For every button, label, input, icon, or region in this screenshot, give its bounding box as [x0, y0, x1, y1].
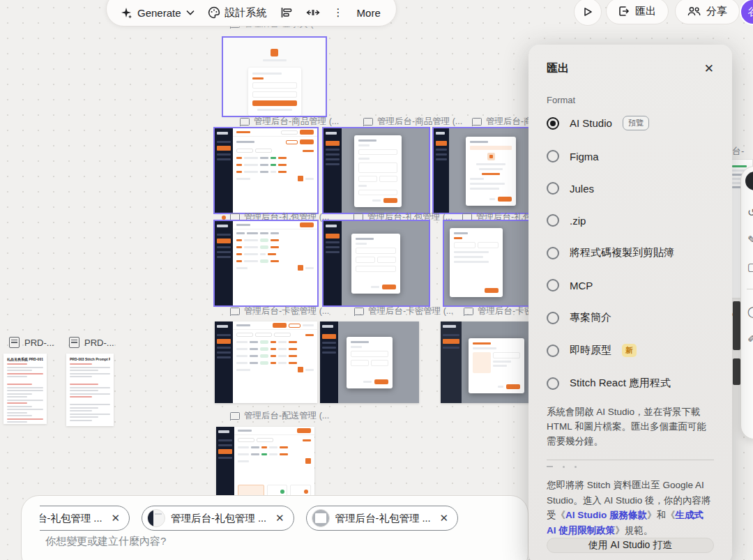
- frame-login[interactable]: [223, 38, 326, 116]
- export-panel: 匯出 ✕ Format AI Studio 預覽 Figma Jules .zi…: [528, 45, 732, 560]
- frame-label[interactable]: 管理后台-商品管理 (...: [363, 116, 462, 128]
- radio-icon[interactable]: [547, 182, 559, 195]
- radio-icon[interactable]: [547, 279, 559, 292]
- export-panel-title: 匯出: [547, 61, 569, 76]
- play-icon: [583, 7, 593, 17]
- format-options: AI Studio 預覽 Figma Jules .zip 將程式碼複製到剪貼簿: [547, 116, 714, 390]
- document-icon: [69, 337, 79, 348]
- resize-button[interactable]: [306, 8, 320, 17]
- option-project-brief[interactable]: 專案簡介: [547, 311, 714, 324]
- frame-icon: [472, 118, 482, 126]
- frame-icon: [464, 308, 473, 315]
- export-description: 系統會開啟 AI Studio，並在背景下載 HTML 和圖片檔案。匯出多個畫面…: [547, 405, 714, 449]
- scrollbar-thumb[interactable]: [733, 358, 740, 385]
- frame-icon: [353, 213, 363, 221]
- preview-badge: 預覽: [623, 116, 649, 130]
- close-icon[interactable]: ✕: [704, 63, 714, 75]
- collaborator-avatar[interactable]: [745, 172, 753, 190]
- close-icon[interactable]: ✕: [111, 512, 120, 524]
- option-instant-prototype[interactable]: 即時原型 新: [547, 344, 714, 357]
- doc-card-prd-1[interactable]: 礼品兑换系统 PRD-001: [3, 354, 47, 424]
- frame-thumb-avatar: [312, 509, 330, 527]
- account-avatar[interactable]: 谷: [740, 0, 753, 25]
- stitch-canvas-app: 管理后台-登录页 (... Generate 設計系統: [0, 0, 753, 560]
- build-with-ai-studio-button[interactable]: 使用 AI Studio 打造: [547, 538, 714, 553]
- context-chips: 台-礼包管理 ... ✕ 管理后台-礼包管理 ... ✕ 管理后台-礼包管理 .…: [40, 506, 522, 532]
- shape-icon[interactable]: ◯: [745, 306, 753, 317]
- more-dots-icon: ⋮: [333, 6, 344, 19]
- terms-link[interactable]: AI Studio 服務條款: [565, 510, 647, 520]
- more-button[interactable]: ⋮ More: [333, 6, 381, 19]
- radio-icon[interactable]: [547, 377, 559, 390]
- option-stitch-react[interactable]: Stitch React 應用程式: [547, 377, 714, 390]
- frame-label[interactable]: 管理后台-商品管理 (...: [240, 116, 339, 128]
- option-mcp[interactable]: MCP: [547, 279, 714, 292]
- frame-icon: [462, 213, 472, 221]
- frame-thumb-avatar: [147, 509, 165, 527]
- frame-icon: [240, 118, 250, 126]
- faded-marks: [547, 464, 714, 469]
- format-label: Format: [547, 95, 714, 105]
- option-ai-studio[interactable]: AI Studio 預覽: [547, 116, 714, 130]
- sparkle-icon: [121, 7, 132, 19]
- frame-product-admin-1[interactable]: [215, 128, 317, 213]
- frame-label[interactable]: 管理后台-卡密管理...: [464, 305, 528, 317]
- option-figma[interactable]: Figma: [547, 150, 714, 162]
- radio-icon[interactable]: [547, 150, 559, 162]
- right-floating-toolbar: ↺ ✎ ▢ ◯ ✐: [740, 166, 753, 439]
- context-chip[interactable]: 管理后台-礼包管理 ... ✕: [306, 506, 459, 531]
- align-button[interactable]: [280, 7, 293, 18]
- frame-delivery-admin[interactable]: [216, 427, 314, 501]
- export-button[interactable]: 匯出: [606, 0, 669, 24]
- context-chip[interactable]: 台-礼包管理 ... ✕: [40, 506, 130, 531]
- pen-icon[interactable]: ✐: [745, 333, 753, 344]
- frame-giftpack-admin[interactable]: [215, 221, 317, 305]
- frame-icon: [230, 308, 240, 315]
- frame-label[interactable]: 管理后台-卡密管理 (...: [230, 305, 329, 317]
- palette-icon: [208, 6, 220, 19]
- frame-icon: [230, 412, 240, 420]
- undo-icon[interactable]: ↺: [745, 207, 753, 218]
- frame-label[interactable]: 管理后台-卡密管理 (...: [354, 305, 453, 317]
- option-zip[interactable]: .zip: [547, 214, 714, 227]
- frame-cardkey-modal[interactable]: [320, 321, 419, 403]
- context-chip[interactable]: 管理后台-礼包管理 ... ✕: [142, 506, 294, 531]
- radio-icon[interactable]: [547, 247, 559, 259]
- radio-icon[interactable]: [547, 312, 559, 324]
- generate-button[interactable]: Generate: [121, 7, 195, 19]
- doc-label-prd-2[interactable]: PRD-...: [69, 337, 114, 348]
- frame-tool-icon[interactable]: ▢: [745, 262, 753, 272]
- chevron-down-icon: [186, 10, 195, 15]
- export-icon: [618, 6, 630, 17]
- people-icon: [687, 6, 701, 16]
- close-icon[interactable]: ✕: [440, 512, 449, 524]
- radio-icon[interactable]: [547, 214, 559, 227]
- frame-cardkey-admin[interactable]: [215, 321, 317, 403]
- option-jules[interactable]: Jules: [547, 182, 714, 195]
- design-system-button[interactable]: 設計系統: [208, 6, 267, 20]
- close-icon[interactable]: ✕: [275, 512, 284, 524]
- doc-label-prd-1[interactable]: PRD-...: [9, 337, 54, 348]
- scrollbar-thumb[interactable]: [733, 301, 740, 350]
- frame-product-admin-modal[interactable]: [324, 128, 429, 213]
- frame-label[interactable]: 管理后台-配送管理 (...: [230, 410, 329, 422]
- pencil-icon[interactable]: ✎: [745, 234, 753, 245]
- preview-play-button[interactable]: [574, 0, 602, 26]
- frame-giftpack-modal[interactable]: [324, 221, 429, 305]
- frame-icon: [363, 118, 373, 126]
- top-toolbar: Generate 設計系統: [106, 0, 397, 27]
- divider: [747, 289, 753, 289]
- new-badge: 新: [622, 344, 637, 357]
- radio-selected-icon[interactable]: [547, 117, 559, 130]
- document-icon: [9, 337, 20, 348]
- radio-icon[interactable]: [547, 345, 559, 357]
- share-button[interactable]: 分享: [675, 0, 740, 24]
- frame-product-admin-confirm[interactable]: [434, 128, 538, 213]
- prompt-composer[interactable]: 台-礼包管理 ... ✕ 管理后台-礼包管理 ... ✕ 管理后台-礼包管理 .…: [21, 495, 528, 560]
- option-copy-code[interactable]: 將程式碼複製到剪貼簿: [547, 246, 714, 259]
- resize-horizontal-icon: [306, 8, 320, 17]
- prompt-input[interactable]: 你想變更或建立什麼內容?: [45, 535, 166, 548]
- doc-card-prd-2[interactable]: PRD-003 Stitch Prompt Pack: [66, 354, 114, 426]
- frame-icon: [354, 308, 364, 315]
- frame-label[interactable]: 管理后台-商品管理 (...: [472, 116, 529, 128]
